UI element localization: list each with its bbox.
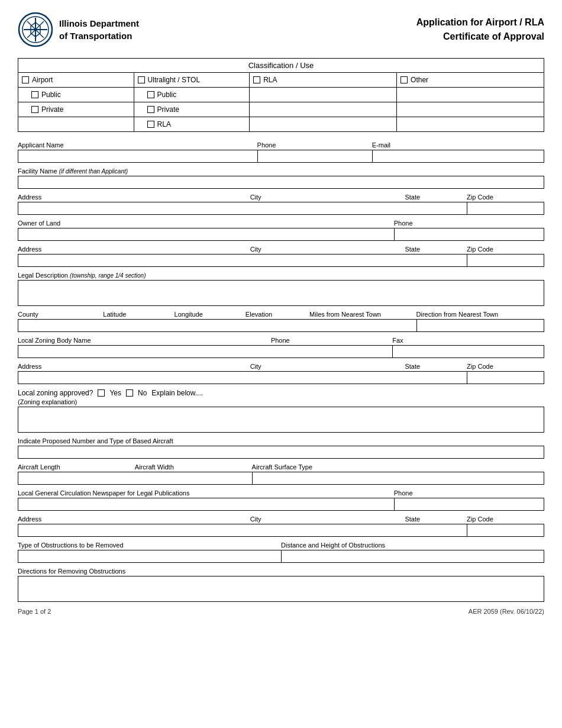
zoning-explanation-input[interactable] xyxy=(18,407,544,433)
city3-input[interactable] xyxy=(250,371,405,384)
page-number: Page 1 of 2 xyxy=(18,608,51,615)
facility-name-input[interactable] xyxy=(18,176,544,189)
state1-input[interactable] xyxy=(405,202,467,215)
newspaper-phone-input[interactable] xyxy=(394,498,544,511)
latitude-label: Latitude xyxy=(103,311,174,318)
address2-input[interactable] xyxy=(18,254,250,267)
page-footer: Page 1 of 2 AER 2059 (Rev. 06/10/22) xyxy=(18,608,544,615)
directions-input[interactable] xyxy=(18,576,544,602)
form-title: Application for Airport / RLA Certificat… xyxy=(416,15,544,44)
aircraft-length-label: Aircraft Length xyxy=(18,463,135,471)
longitude-input[interactable] xyxy=(175,319,246,332)
checkbox-rla[interactable] xyxy=(253,76,260,83)
city2-input[interactable] xyxy=(250,254,405,267)
longitude-label: Longitude xyxy=(175,311,246,318)
address1-input[interactable] xyxy=(18,202,250,215)
direction-nearest-input[interactable] xyxy=(416,319,544,332)
address4-input[interactable] xyxy=(18,524,250,537)
checkbox-airport[interactable] xyxy=(22,76,29,83)
checkbox-airport-private[interactable] xyxy=(31,106,38,113)
applicant-name-input[interactable] xyxy=(18,150,257,163)
elevation-input[interactable] xyxy=(246,319,309,332)
checkbox-ul-private[interactable] xyxy=(147,106,154,113)
no-label: No xyxy=(138,389,147,397)
checkbox-airport-public[interactable] xyxy=(31,91,38,98)
newspaper-section: Local General Circulation Newspaper for … xyxy=(18,489,544,511)
checkbox-ultralight[interactable] xyxy=(138,76,145,83)
explain-label: Explain below.... xyxy=(151,389,203,397)
zoning-approved-section: Local zoning approved? Yes No Explain be… xyxy=(18,389,544,433)
classification-label: Classification / Use xyxy=(248,61,314,70)
owner-phone-input[interactable] xyxy=(394,228,544,241)
checkbox-yes[interactable] xyxy=(98,389,105,397)
applicant-section: Applicant Name Phone E-mail xyxy=(18,141,544,163)
aircraft-surface-label: Aircraft Surface Type xyxy=(252,463,544,471)
aircraft-width-input[interactable] xyxy=(135,472,252,485)
city4-label: City xyxy=(250,516,405,523)
aircraft-width-label: Aircraft Width xyxy=(135,463,252,471)
owner-label: Owner of Land xyxy=(18,220,394,227)
applicant-name-label: Applicant Name xyxy=(18,141,257,149)
proposed-aircraft-input[interactable] xyxy=(18,446,544,459)
newspaper-label: Local General Circulation Newspaper for … xyxy=(18,489,394,497)
newspaper-input[interactable] xyxy=(18,498,394,511)
other-label: Other xyxy=(411,76,428,84)
address4-section: Address City State Zip Code xyxy=(18,516,544,537)
zip2-label: Zip Code xyxy=(467,246,544,253)
zoning-fax-input[interactable] xyxy=(392,345,544,358)
classification-table: Classification / Use Airport Ultralight … xyxy=(18,58,544,132)
newspaper-phone-label: Phone xyxy=(394,489,544,497)
state4-label: State xyxy=(405,516,467,523)
miles-nearest-input[interactable] xyxy=(309,319,416,332)
form-number: AER 2059 (Rev. 06/10/22) xyxy=(469,608,544,615)
zoning-body-label: Local Zoning Body Name xyxy=(18,337,271,344)
email-label: E-mail xyxy=(372,141,544,149)
airport-private-label: Private xyxy=(41,105,63,114)
directions-section: Directions for Removing Obstructions xyxy=(18,568,544,602)
zip3-input[interactable] xyxy=(467,371,544,384)
address3-input[interactable] xyxy=(18,371,250,384)
city2-label: City xyxy=(250,246,405,253)
state2-label: State xyxy=(405,246,467,253)
latitude-input[interactable] xyxy=(103,319,174,332)
ultralight-label: Ultralight / STOL xyxy=(148,76,200,84)
zip4-input[interactable] xyxy=(467,524,544,537)
checkbox-ul-rla[interactable] xyxy=(147,121,154,128)
obstruction-dist-input[interactable] xyxy=(281,550,544,563)
county-label: County xyxy=(18,311,103,318)
aircraft-surface-input[interactable] xyxy=(252,472,544,485)
city4-input[interactable] xyxy=(250,524,405,537)
checkbox-no[interactable] xyxy=(126,389,133,397)
owner-input[interactable] xyxy=(18,228,394,241)
state3-input[interactable] xyxy=(405,371,467,384)
address4-label: Address xyxy=(18,516,250,523)
zoning-phone-input[interactable] xyxy=(271,345,392,358)
legal-desc-input[interactable] xyxy=(18,280,544,306)
logo-area: Illinois Department of Transportation xyxy=(18,12,139,47)
state4-input[interactable] xyxy=(405,524,467,537)
geo-section: County Latitude Longitude Elevation Mile… xyxy=(18,311,544,332)
zip2-input[interactable] xyxy=(467,254,544,267)
aircraft-length-input[interactable] xyxy=(18,472,135,485)
obstruction-type-input[interactable] xyxy=(18,550,281,563)
state3-label: State xyxy=(405,363,467,370)
airport-public-label: Public xyxy=(41,91,61,99)
city1-input[interactable] xyxy=(250,202,405,215)
county-input[interactable] xyxy=(18,319,103,332)
owner-section: Owner of Land Phone xyxy=(18,220,544,241)
applicant-phone-input[interactable] xyxy=(257,150,372,163)
state2-input[interactable] xyxy=(405,254,467,267)
checkbox-ul-public[interactable] xyxy=(147,91,154,98)
zip4-label: Zip Code xyxy=(467,516,544,523)
zoning-phone-label: Phone xyxy=(271,337,392,344)
zoning-fax-label: Fax xyxy=(392,337,544,344)
zip1-label: Zip Code xyxy=(467,194,544,201)
city3-label: City xyxy=(250,363,405,370)
zoning-body-input[interactable] xyxy=(18,345,271,358)
address1-label: Address xyxy=(18,194,250,201)
applicant-email-input[interactable] xyxy=(372,150,544,163)
checkbox-other[interactable] xyxy=(400,76,408,83)
zoning-approved-label: Local zoning approved? xyxy=(18,389,93,397)
zip1-input[interactable] xyxy=(467,202,544,215)
zoning-body-section: Local Zoning Body Name Phone Fax xyxy=(18,337,544,358)
